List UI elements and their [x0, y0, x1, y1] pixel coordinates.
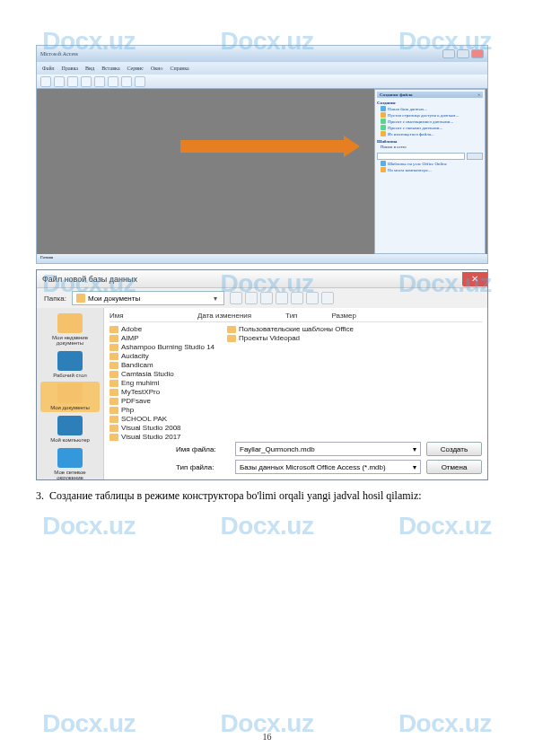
- folder-icon: [227, 326, 236, 333]
- file-name: Visual Studio 2017: [121, 433, 181, 441]
- folder-icon: [109, 362, 118, 369]
- file-name: Audacity: [121, 352, 149, 360]
- place-documents[interactable]: Мои документы: [40, 382, 100, 412]
- taskpane-title: Создание файла ×: [377, 92, 483, 98]
- menu-item[interactable]: Справка: [170, 66, 188, 71]
- maximize-button[interactable]: [457, 49, 469, 58]
- file-icon: [381, 131, 386, 136]
- menu-item[interactable]: Окно: [151, 66, 162, 71]
- col-size[interactable]: Размер: [331, 312, 356, 320]
- taskpane-title-text: Создание файла: [380, 92, 412, 97]
- search-input[interactable]: [377, 153, 465, 160]
- menu-item[interactable]: Правка: [62, 66, 78, 71]
- place-label: Мой компьютер: [50, 437, 90, 443]
- place-recent[interactable]: Мои недавние документы: [40, 312, 100, 347]
- window-buttons: [442, 49, 484, 58]
- minimize-button[interactable]: [442, 49, 455, 58]
- list-item[interactable]: Проекты Videopad: [227, 334, 354, 342]
- list-item[interactable]: Ashampoo Burning Studio 14: [109, 343, 214, 351]
- new-folder-icon[interactable]: [291, 292, 303, 304]
- menu-item[interactable]: Вставка: [101, 66, 119, 71]
- filetype-label: Тип файла:: [176, 463, 230, 471]
- window-title: Microsoft Access: [40, 51, 78, 57]
- taskpane-search: [377, 153, 483, 160]
- taskpane-link[interactable]: Из имеющегося файла...: [381, 131, 483, 136]
- page-number: 16: [0, 732, 534, 742]
- file-icon: [381, 125, 386, 130]
- taskpane-link[interactable]: На моем компьютере...: [381, 167, 483, 172]
- filename-input[interactable]: Fayllar_Qurmonch.mdb ▾: [235, 442, 421, 456]
- views-icon[interactable]: [306, 292, 319, 304]
- list-item[interactable]: Пользовательские шаблоны Office: [227, 325, 354, 333]
- search-icon[interactable]: [260, 292, 273, 304]
- toolbar-button[interactable]: [67, 76, 78, 87]
- toolbar-button[interactable]: [121, 76, 132, 87]
- folder-icon: [109, 380, 118, 387]
- file-name: SCHOOL PAK: [121, 415, 167, 423]
- toolbar-button[interactable]: [135, 76, 145, 87]
- back-icon[interactable]: [230, 292, 242, 304]
- taskpane-link[interactable]: Новая база данных...: [381, 106, 483, 111]
- computer-icon: [57, 416, 83, 435]
- filetype-dropdown[interactable]: Базы данных Microsoft Office Access (*.m…: [235, 460, 421, 474]
- close-button[interactable]: [471, 49, 484, 58]
- menu-item[interactable]: Сервис: [127, 66, 144, 71]
- toolbar-button[interactable]: [40, 76, 51, 87]
- place-network[interactable]: Мое сетевое окружение: [40, 446, 100, 480]
- list-item[interactable]: Eng muhimi: [109, 379, 214, 387]
- toolbar-button[interactable]: [108, 76, 118, 87]
- file-icon: [381, 161, 386, 166]
- network-icon: [57, 448, 83, 468]
- arrow-shaft: [180, 140, 344, 153]
- list-item[interactable]: Visual Studio 2017: [109, 433, 214, 441]
- cancel-button[interactable]: Отмена: [426, 460, 482, 474]
- screenshot-access-main: Microsoft Access Файл Правка Вид Вставка…: [36, 45, 488, 264]
- taskpane-section: Шаблоны: [377, 139, 483, 144]
- folder-icon: [109, 425, 118, 432]
- list-item[interactable]: SCHOOL PAK: [109, 415, 214, 423]
- taskpane-link[interactable]: Проект с имеющимися данными...: [381, 119, 483, 124]
- delete-icon[interactable]: [276, 292, 288, 304]
- list-item[interactable]: Camtasia Studio: [109, 370, 214, 378]
- list-item[interactable]: PDFsave: [109, 397, 214, 405]
- menu-item[interactable]: Вид: [85, 66, 94, 71]
- menu-item[interactable]: Файл: [42, 66, 55, 71]
- list-item[interactable]: MyTestXPro: [109, 388, 214, 396]
- col-date[interactable]: Дата изменения: [197, 312, 251, 320]
- list-item[interactable]: Php: [109, 406, 214, 414]
- taskpane-link[interactable]: Шаблоны на узле Office Online: [381, 161, 483, 166]
- toolbar-button[interactable]: [54, 76, 65, 87]
- search-button[interactable]: [467, 153, 483, 160]
- col-type[interactable]: Тип: [285, 312, 297, 320]
- place-label: Мои недавние документы: [52, 335, 88, 346]
- workspace: [37, 89, 372, 254]
- place-desktop[interactable]: Рабочий стол: [40, 349, 100, 380]
- toolbar-button[interactable]: [81, 76, 92, 87]
- toolbar-button[interactable]: [94, 76, 105, 87]
- list-item[interactable]: Visual Studio 2008: [109, 424, 214, 432]
- tools-icon[interactable]: [321, 292, 334, 304]
- place-computer[interactable]: Мой компьютер: [40, 414, 100, 444]
- list-item[interactable]: AIMP: [109, 334, 214, 342]
- taskpane-link[interactable]: Проект с новыми данными...: [381, 125, 483, 130]
- file-list[interactable]: Имя Дата изменения Тип Размер Adobe AIMP…: [103, 308, 487, 479]
- file-icon: [381, 167, 386, 172]
- folder-label: Папка:: [44, 294, 66, 303]
- window-titlebar: Microsoft Access: [37, 46, 487, 62]
- list-item[interactable]: Audacity: [109, 352, 214, 360]
- col-name[interactable]: Имя: [109, 312, 163, 320]
- file-name: AIMP: [121, 334, 139, 342]
- create-button[interactable]: Создать: [426, 442, 482, 456]
- up-icon[interactable]: [245, 292, 258, 304]
- file-rows: Adobe AIMP Ashampoo Burning Studio 14 Au…: [109, 325, 482, 441]
- task-pane: Создание файла × Создание Новая база дан…: [374, 89, 486, 254]
- chevron-down-icon: ▾: [211, 294, 220, 303]
- close-icon[interactable]: ×: [477, 92, 480, 97]
- list-item[interactable]: Bandicam: [109, 361, 214, 369]
- close-button[interactable]: ✕: [462, 272, 487, 286]
- file-name: PDFsave: [121, 397, 151, 405]
- list-item[interactable]: Adobe: [109, 325, 214, 333]
- taskpane-link[interactable]: Пустая страница доступа к данным...: [381, 112, 483, 118]
- folder-dropdown[interactable]: Мои документы ▾: [72, 291, 224, 305]
- button-label: Создать: [441, 445, 468, 453]
